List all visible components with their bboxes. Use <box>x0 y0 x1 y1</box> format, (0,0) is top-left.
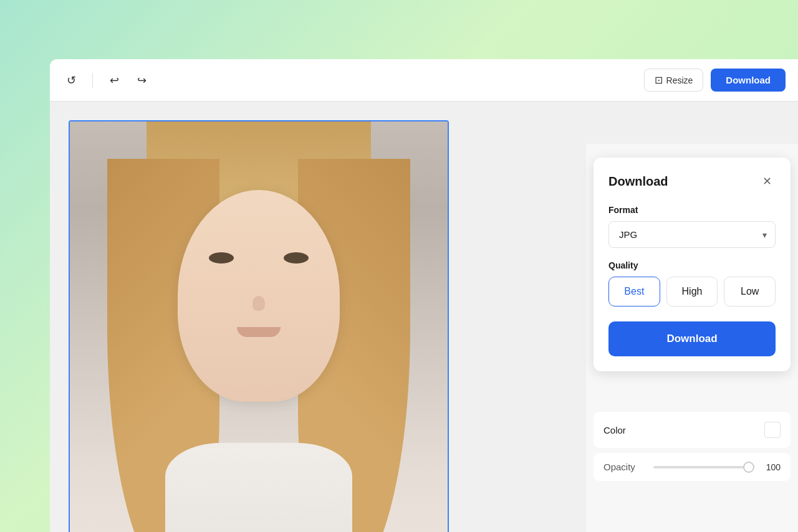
redo-icon[interactable]: ↪ <box>133 72 150 89</box>
app-window: ↺ ↩ ↪ ⊡ Resize Download <box>50 59 798 532</box>
photo-container <box>69 120 449 532</box>
download-header-button[interactable]: Download <box>711 69 786 92</box>
color-section: Color Opacity 100 <box>586 412 798 481</box>
resize-button[interactable]: ⊡ Resize <box>644 69 704 92</box>
color-swatch[interactable] <box>764 422 781 438</box>
format-select-wrapper: JPG PNG WEBP PDF ▾ <box>608 221 776 248</box>
quality-high-button[interactable]: High <box>666 277 718 306</box>
opacity-slider[interactable] <box>653 466 754 468</box>
download-modal: Download ✕ Format JPG PNG WEBP PDF ▾ <box>594 158 791 371</box>
photo-placeholder <box>70 121 448 532</box>
color-row: Color <box>594 412 791 448</box>
undo-icon[interactable]: ↩ <box>105 72 123 89</box>
opacity-label: Opacity <box>603 462 653 472</box>
canvas-area: Download ✕ Format JPG PNG WEBP PDF ▾ <box>50 102 798 532</box>
download-main-button[interactable]: Download <box>608 321 776 356</box>
color-label: Color <box>603 425 764 435</box>
modal-close-button[interactable]: ✕ <box>758 173 776 190</box>
quality-label: Quality <box>608 260 776 270</box>
quality-best-button[interactable]: Best <box>608 277 660 306</box>
resize-icon: ⊡ <box>655 74 663 86</box>
opacity-value: 100 <box>762 462 781 472</box>
right-panel: Download ✕ Format JPG PNG WEBP PDF ▾ <box>586 144 798 532</box>
quality-low-button[interactable]: Low <box>724 277 776 306</box>
quality-section: Quality Best High Low <box>608 260 776 306</box>
format-select[interactable]: JPG PNG WEBP PDF <box>608 221 776 248</box>
format-label: Format <box>608 205 776 215</box>
modal-title: Download <box>608 174 668 189</box>
back-icon[interactable]: ↺ <box>62 72 80 89</box>
toolbar-divider <box>92 73 93 88</box>
opacity-row: Opacity 100 <box>594 453 791 481</box>
resize-label: Resize <box>666 75 693 85</box>
modal-header: Download ✕ <box>608 173 776 190</box>
toolbar-right: ⊡ Resize Download <box>644 69 786 92</box>
quality-options: Best High Low <box>608 277 776 306</box>
toolbar: ↺ ↩ ↪ ⊡ Resize Download <box>50 59 798 102</box>
opacity-slider-wrapper <box>653 466 754 468</box>
format-section: Format JPG PNG WEBP PDF ▾ <box>608 205 776 248</box>
toolbar-left: ↺ ↩ ↪ <box>62 72 150 89</box>
